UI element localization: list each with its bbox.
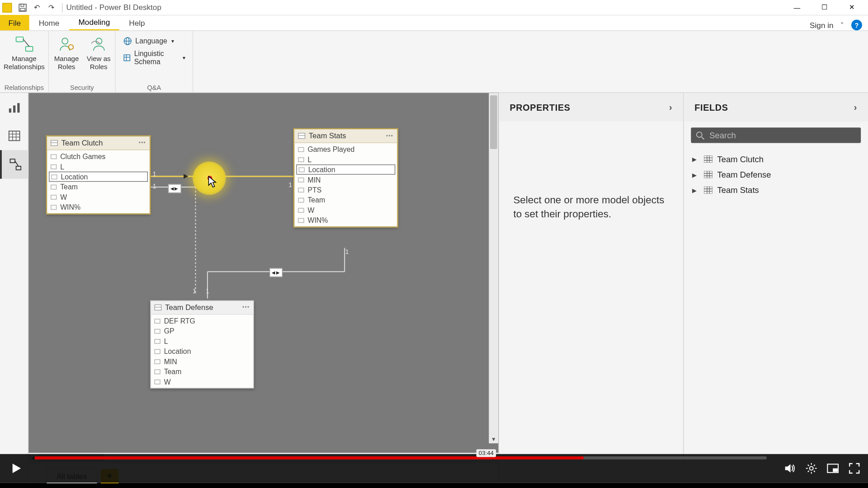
table-header[interactable]: Team Defense ••• xyxy=(151,301,254,314)
vertical-scrollbar[interactable]: ▲ ▼ xyxy=(489,93,498,443)
fields-header: FIELDS › xyxy=(684,93,868,122)
column-icon xyxy=(155,379,160,384)
manage-roles-button[interactable]: Manage Roles xyxy=(50,33,82,72)
fullscreen-icon[interactable] xyxy=(848,462,861,475)
table-column-row[interactable]: L xyxy=(47,161,150,171)
table-column-row[interactable]: Games Played xyxy=(294,144,397,154)
model-view-button[interactable] xyxy=(0,150,28,178)
table-icon xyxy=(704,187,712,194)
table-column-row[interactable]: W xyxy=(294,205,397,215)
linguistic-schema-button[interactable]: Linguistic Schema▾ xyxy=(122,49,187,67)
svg-point-33 xyxy=(697,131,702,137)
table-column-row[interactable]: DEF RTG xyxy=(151,316,254,326)
play-button[interactable] xyxy=(7,460,25,478)
table-column-row[interactable]: GP xyxy=(151,326,254,336)
more-icon[interactable]: ••• xyxy=(242,305,250,310)
tab-modeling[interactable]: Modeling xyxy=(69,15,119,30)
field-table-item[interactable]: ▶Team Clutch xyxy=(686,151,866,167)
table-column-row[interactable]: Location xyxy=(151,346,254,356)
scroll-down-icon[interactable]: ▼ xyxy=(489,435,498,443)
roles-view-icon xyxy=(89,34,108,53)
data-view-button[interactable] xyxy=(0,122,28,150)
manage-relationships-button[interactable]: Manage Relationships xyxy=(3,33,45,72)
table-column-row[interactable]: Location xyxy=(49,172,148,182)
pip-icon[interactable] xyxy=(826,462,840,475)
collapse-ribbon-icon[interactable]: ˄ xyxy=(838,20,846,30)
group-label-relationships: Relationships xyxy=(5,83,44,91)
filter-direction-icon: ◂▸ xyxy=(168,184,181,193)
table-icon xyxy=(704,155,712,163)
table-column-row[interactable]: MIN xyxy=(294,174,397,184)
help-icon[interactable]: ? xyxy=(851,20,862,31)
redo-icon[interactable]: ↷ xyxy=(46,2,57,13)
cardinality-label: 1 xyxy=(153,183,156,190)
group-label-qa: Q&A xyxy=(147,83,161,91)
table-column-row[interactable]: W xyxy=(47,192,150,202)
scrollbar-thumb[interactable] xyxy=(490,95,497,149)
table-column-row[interactable]: WIN% xyxy=(294,215,397,225)
table-column-row[interactable]: Team xyxy=(47,182,150,192)
field-table-item[interactable]: ▶Team Defense xyxy=(686,167,866,182)
progress-bar[interactable]: 03:44 xyxy=(34,456,766,460)
table-column-row[interactable]: L xyxy=(151,336,254,346)
table-column-row[interactable]: PTS xyxy=(294,185,397,195)
tab-file[interactable]: File xyxy=(0,15,29,30)
table-column-row[interactable]: L xyxy=(294,155,397,164)
more-icon[interactable]: ••• xyxy=(139,140,146,146)
minimize-button[interactable]: — xyxy=(783,0,811,15)
column-icon xyxy=(51,184,57,189)
table-column-row[interactable]: WIN% xyxy=(47,202,150,212)
table-name: Team Stats xyxy=(309,131,346,140)
svg-rect-23 xyxy=(10,159,15,163)
table-header[interactable]: Team Clutch ••• xyxy=(47,136,150,150)
column-icon xyxy=(298,208,304,213)
tab-help[interactable]: Help xyxy=(119,15,154,30)
properties-panel: PROPERTIES › Select one or more model ob… xyxy=(498,93,683,483)
click-indicator-icon xyxy=(208,176,212,181)
sign-in-link[interactable]: Sign in xyxy=(810,20,833,29)
table-column-row[interactable]: Team xyxy=(151,366,254,376)
column-icon xyxy=(51,164,57,169)
language-button[interactable]: Language▾ xyxy=(122,36,187,47)
svg-rect-3 xyxy=(16,37,23,42)
group-label-security: Security xyxy=(70,83,94,91)
table-column-row[interactable]: Clutch Games xyxy=(47,151,150,161)
table-column-row[interactable]: W xyxy=(151,376,254,386)
roles-manage-icon xyxy=(57,34,76,53)
close-button[interactable]: ✕ xyxy=(838,0,866,15)
report-view-button[interactable] xyxy=(0,93,28,122)
chevron-right-icon[interactable]: › xyxy=(669,102,673,113)
field-table-item[interactable]: ▶Team Stats xyxy=(686,183,866,198)
fields-search[interactable] xyxy=(691,127,861,143)
table-header[interactable]: Team Stats ••• xyxy=(294,129,397,143)
table-column-row[interactable]: MIN xyxy=(151,357,254,366)
chevron-right-icon[interactable]: › xyxy=(854,102,858,113)
tab-home[interactable]: Home xyxy=(29,15,69,30)
titlebar: ↶ ↷ Untitled - Power BI Desktop — ☐ ✕ xyxy=(0,0,868,15)
table-column-row[interactable]: Location xyxy=(296,164,395,174)
model-canvas[interactable]: 1 1 1 1 1 1 ◂▸ ◂▸ Team Clutch ••• Clutch… xyxy=(28,93,498,453)
column-icon xyxy=(298,188,304,192)
column-icon xyxy=(155,339,160,344)
properties-placeholder: Select one or more model objects to set … xyxy=(499,122,683,483)
column-icon xyxy=(155,328,160,333)
model-table-team-clutch[interactable]: Team Clutch ••• Clutch GamesLLocationTea… xyxy=(47,136,150,214)
undo-icon[interactable]: ↶ xyxy=(32,2,42,13)
table-column-row[interactable]: Team xyxy=(294,195,397,205)
maximize-button[interactable]: ☐ xyxy=(811,0,838,15)
model-table-team-defense[interactable]: Team Defense ••• DEF RTGGPLLocationMINTe… xyxy=(150,300,254,389)
volume-icon[interactable] xyxy=(783,462,797,475)
column-icon xyxy=(155,319,160,324)
table-icon xyxy=(51,140,58,146)
svg-rect-1 xyxy=(20,8,25,10)
expand-icon: ▶ xyxy=(692,187,699,193)
settings-icon[interactable] xyxy=(805,462,818,475)
column-icon xyxy=(51,174,57,179)
view-as-roles-button[interactable]: View as Roles xyxy=(84,33,113,72)
ribbon-tabs: File Home Modeling Help Sign in ˄ ? xyxy=(0,15,868,31)
save-icon[interactable] xyxy=(17,2,28,13)
more-icon[interactable]: ••• xyxy=(386,133,393,139)
column-icon xyxy=(51,154,57,159)
model-table-team-stats[interactable]: Team Stats ••• Games PlayedLLocationMINP… xyxy=(294,129,397,227)
search-input[interactable] xyxy=(709,131,856,140)
